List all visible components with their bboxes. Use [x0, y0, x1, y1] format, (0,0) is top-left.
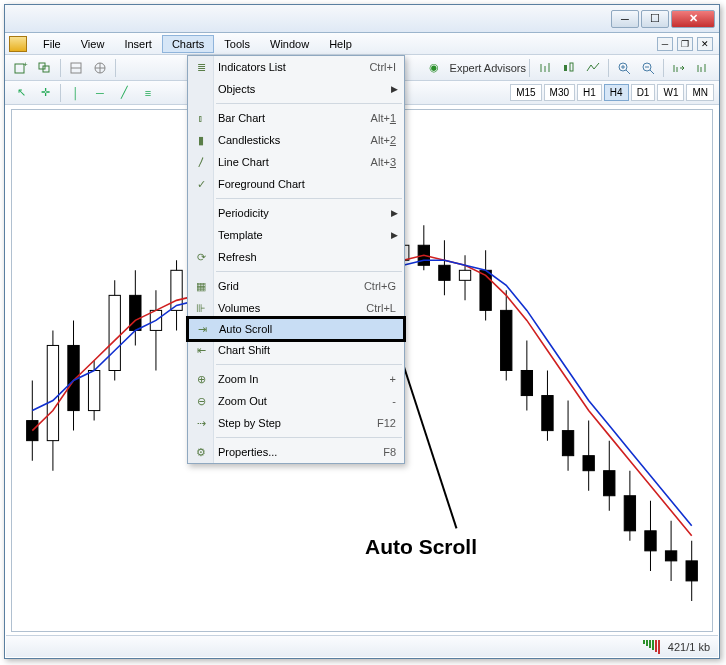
svg-rect-73	[501, 310, 512, 370]
vol-icon: ⊪	[193, 300, 209, 316]
timeframe-w1[interactable]: W1	[657, 84, 684, 101]
channel-button[interactable]: ≡	[137, 83, 159, 103]
svg-rect-35	[109, 295, 120, 370]
svg-rect-79	[562, 431, 573, 456]
expert-advisors-icon[interactable]: ◉	[423, 58, 445, 78]
hline-button[interactable]: ─	[89, 83, 111, 103]
app-window: ─ ☐ ✕ File View Insert Charts Tools Wind…	[4, 4, 720, 659]
window-close-button[interactable]: ✕	[671, 10, 715, 28]
menu-item-line-chart[interactable]: 〳Line ChartAlt+3	[188, 151, 404, 173]
mdi-close-button[interactable]: ✕	[697, 37, 713, 51]
auto-scroll-button[interactable]	[668, 58, 690, 78]
titlebar: ─ ☐ ✕	[5, 5, 719, 33]
zoom-out-button[interactable]	[637, 58, 659, 78]
window-minimize-button[interactable]: ─	[611, 10, 639, 28]
crosshair-button[interactable]: ✛	[34, 83, 56, 103]
menu-item-indicators-list[interactable]: ≣Indicators ListCtrl+I	[188, 56, 404, 78]
mdi-restore-button[interactable]: ❐	[677, 37, 693, 51]
check-icon: ✓	[193, 176, 209, 192]
trendline-button[interactable]: ╱	[113, 83, 135, 103]
candle-chart-button[interactable]	[558, 58, 580, 78]
grid-icon: ▦	[193, 278, 209, 294]
menu-item-zoom-out[interactable]: ⊖Zoom Out-	[188, 390, 404, 412]
annotation-label: Auto Scroll	[365, 535, 477, 559]
timeframe-m15[interactable]: M15	[510, 84, 541, 101]
svg-rect-29	[47, 345, 58, 440]
charts-dropdown: ≣Indicators ListCtrl+IObjects▶⫾Bar Chart…	[187, 55, 405, 464]
zoomin-icon: ⊕	[193, 371, 209, 387]
svg-rect-91	[686, 561, 697, 581]
timeframe-m30[interactable]: M30	[544, 84, 575, 101]
menu-item-periodicity[interactable]: Periodicity▶	[188, 202, 404, 224]
svg-rect-33	[88, 371, 99, 411]
menu-item-step-by-step[interactable]: ⇢Step by StepF12	[188, 412, 404, 434]
status-traffic: 421/1 kb	[668, 641, 710, 653]
menu-item-objects[interactable]: Objects▶	[188, 78, 404, 100]
blank-icon	[193, 227, 209, 243]
bar-icon: ⫾	[193, 110, 209, 126]
vline-button[interactable]: │	[65, 83, 87, 103]
menu-item-foreground-chart[interactable]: ✓Foreground Chart	[188, 173, 404, 195]
svg-rect-13	[570, 63, 573, 71]
statusbar: 421/1 kb	[6, 635, 718, 657]
market-watch-button[interactable]	[65, 58, 87, 78]
step-icon: ⇢	[193, 415, 209, 431]
profiles-button[interactable]	[34, 58, 56, 78]
candle-icon: ▮	[193, 132, 209, 148]
submenu-arrow-icon: ▶	[391, 230, 398, 240]
mdi-minimize-button[interactable]: ─	[657, 37, 673, 51]
submenu-arrow-icon: ▶	[391, 84, 398, 94]
menu-insert[interactable]: Insert	[114, 35, 162, 53]
menu-item-template[interactable]: Template▶	[188, 224, 404, 246]
svg-rect-67	[439, 265, 450, 280]
menu-tools[interactable]: Tools	[214, 35, 260, 53]
submenu-arrow-icon: ▶	[391, 208, 398, 218]
svg-rect-89	[665, 551, 676, 561]
svg-rect-69	[459, 270, 470, 280]
menu-item-candlesticks[interactable]: ▮CandlesticksAlt+2	[188, 129, 404, 151]
timeframe-h1[interactable]: H1	[577, 84, 602, 101]
menu-item-auto-scroll[interactable]: ⇥Auto Scroll	[188, 318, 404, 340]
app-icon	[9, 36, 27, 52]
zoomout-icon: ⊖	[193, 393, 209, 409]
timeframe-d1[interactable]: D1	[631, 84, 656, 101]
expert-advisors-label: Expert Advisors	[450, 62, 526, 74]
timeframe-mn[interactable]: MN	[686, 84, 714, 101]
svg-rect-83	[604, 471, 615, 496]
window-maximize-button[interactable]: ☐	[641, 10, 669, 28]
blank-icon	[193, 205, 209, 221]
refresh-icon: ⟳	[193, 249, 209, 265]
menu-item-properties[interactable]: ⚙Properties...F8	[188, 441, 404, 463]
menu-item-grid[interactable]: ▦GridCtrl+G	[188, 275, 404, 297]
navigator-button[interactable]	[89, 58, 111, 78]
menu-item-chart-shift[interactable]: ⇤Chart Shift	[188, 339, 404, 361]
svg-rect-85	[624, 496, 635, 531]
svg-rect-77	[542, 396, 553, 431]
menu-item-bar-chart[interactable]: ⫾Bar ChartAlt+1	[188, 107, 404, 129]
menubar: File View Insert Charts Tools Window Hel…	[5, 33, 719, 55]
menu-window[interactable]: Window	[260, 35, 319, 53]
menu-item-volumes[interactable]: ⊪VolumesCtrl+L	[188, 297, 404, 319]
menu-file[interactable]: File	[33, 35, 71, 53]
svg-rect-87	[645, 531, 656, 551]
line-icon: 〳	[193, 154, 209, 170]
timeframe-h4[interactable]: H4	[604, 84, 629, 101]
cursor-button[interactable]: ↖	[10, 83, 32, 103]
menu-charts[interactable]: Charts	[162, 35, 214, 53]
connection-icon	[643, 640, 660, 654]
props-icon: ⚙	[193, 444, 209, 460]
menu-item-refresh[interactable]: ⟳Refresh	[188, 246, 404, 268]
chart-shift-button[interactable]	[692, 58, 714, 78]
menu-help[interactable]: Help	[319, 35, 362, 53]
menu-view[interactable]: View	[71, 35, 115, 53]
svg-line-19	[650, 70, 654, 74]
svg-rect-75	[521, 371, 532, 396]
svg-line-15	[626, 70, 630, 74]
line-chart-button[interactable]	[582, 58, 604, 78]
svg-rect-81	[583, 456, 594, 471]
new-chart-button[interactable]: +	[10, 58, 32, 78]
menu-item-zoom-in[interactable]: ⊕Zoom In+	[188, 368, 404, 390]
shift-icon: ⇤	[193, 342, 209, 358]
bar-chart-button[interactable]	[534, 58, 556, 78]
zoom-in-button[interactable]	[613, 58, 635, 78]
